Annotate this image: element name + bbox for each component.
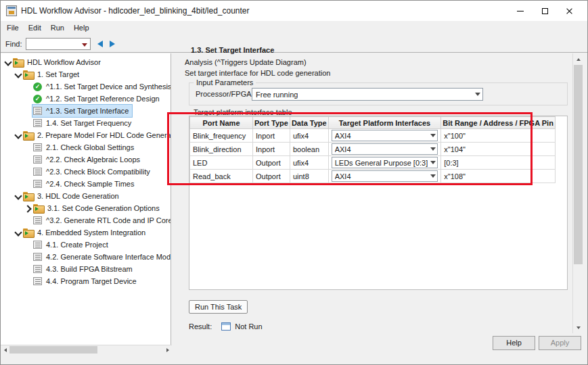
sync-dropdown-value: Free running	[256, 91, 298, 99]
port-type-cell: Outport	[253, 170, 290, 183]
interface-dropdown[interactable]: AXI4	[332, 170, 438, 182]
menu-edit[interactable]: Edit	[24, 21, 46, 35]
tree-item-label: 4.1. Create Project	[45, 240, 110, 249]
tree-horizontal-scrollbar[interactable]	[1, 345, 172, 354]
passed-check-icon: ✓	[33, 82, 42, 91]
port-name-cell: LED	[190, 156, 253, 170]
arrow-right-icon	[110, 41, 115, 47]
tree-item[interactable]: 2. Prepare Model For HDL Code Generation	[1, 129, 171, 141]
find-next-button[interactable]	[107, 39, 118, 49]
tree-item-label: 1. Set Target	[36, 70, 81, 79]
tree-item[interactable]: ^2.3. Check Block Compatibility	[1, 166, 171, 178]
tree-item-label: 3. HDL Code Generation	[36, 191, 120, 201]
find-input[interactable]	[26, 38, 91, 50]
minimize-icon	[517, 11, 524, 11]
tree-item-label: ^1.2. Set Target Reference Design	[45, 94, 161, 103]
scroll-down-button[interactable]	[573, 322, 583, 333]
table-row: Blink_frequencyInportufix4AXI4x"100"	[190, 129, 556, 143]
task-icon	[33, 119, 42, 127]
menu-file[interactable]: File	[2, 21, 24, 35]
column-header: Target Platform Interfaces	[328, 117, 441, 129]
tree-item[interactable]: ^2.4. Check Sample Times	[1, 178, 171, 190]
chevron-spacer	[24, 180, 32, 189]
minimize-button[interactable]	[508, 1, 533, 21]
analysis-label: Analysis (^Triggers Update Diagram)	[185, 58, 307, 66]
tree-item[interactable]: ✓^1.2. Set Target Reference Design	[1, 93, 171, 105]
interface-dropdown[interactable]: AXI4	[332, 143, 438, 155]
chevron-down-icon[interactable]	[82, 43, 87, 47]
chevron-spacer	[24, 143, 32, 152]
not-run-icon	[221, 322, 231, 331]
help-button[interactable]: Help	[493, 336, 535, 350]
interface-dropdown[interactable]: AXI4	[332, 130, 438, 141]
workflow-folder-icon	[23, 228, 33, 237]
scroll-up-button[interactable]	[573, 54, 583, 64]
tree-item[interactable]: ✓^1.1. Set Target Device and Synthesis T…	[1, 80, 171, 93]
chevron-spacer	[24, 168, 32, 176]
find-label: Find:	[5, 35, 22, 53]
column-header: Port Name	[190, 117, 253, 129]
tree-item[interactable]: 3. HDL Code Generation	[1, 190, 171, 202]
data-type-cell: ufix4	[290, 129, 328, 143]
chevron-down-icon[interactable]	[3, 58, 12, 67]
close-button[interactable]	[557, 1, 581, 21]
scrollbar-thumb[interactable]	[9, 346, 97, 354]
interface-table-header-row: Port NamePort TypeData TypeTarget Platfo…	[190, 117, 556, 129]
menu-help[interactable]: Help	[69, 21, 94, 35]
tree-item[interactable]: 1. Set Target	[1, 68, 171, 80]
tree-item[interactable]: 4.3. Build FPGA Bitstream	[1, 263, 171, 275]
scrollbar-thumb[interactable]	[574, 65, 583, 264]
apply-button[interactable]: Apply	[539, 336, 581, 350]
chevron-down-icon[interactable]	[14, 192, 22, 201]
arrow-right-icon	[166, 348, 169, 352]
scroll-left-button[interactable]	[1, 345, 9, 354]
tree-item[interactable]: 1.4. Set Target Frequency	[1, 117, 171, 129]
scroll-right-button[interactable]	[163, 345, 172, 354]
tree-item[interactable]: 3.1. Set Code Generation Options	[1, 202, 171, 214]
tree-item[interactable]: ^1.3. Set Target Interface	[1, 105, 171, 117]
maximize-button[interactable]	[533, 1, 557, 21]
tree-item[interactable]: ^3.2. Generate RTL Code and IP Core	[1, 214, 171, 226]
chevron-down-icon[interactable]	[14, 70, 22, 79]
port-type-cell: Inport	[253, 129, 290, 143]
menu-run[interactable]: Run	[46, 21, 69, 35]
data-type-cell: uint8	[290, 170, 328, 183]
tree-item[interactable]: 2.1. Check Global Settings	[1, 141, 171, 153]
tree-item-label: 2. Prepare Model For HDL Code Generation	[36, 130, 171, 140]
chevron-spacer	[24, 155, 32, 164]
tree-item[interactable]: ^2.2. Check Algebraic Loops	[1, 153, 171, 166]
task-icon	[33, 180, 42, 188]
port-name-cell: Read_back	[190, 170, 253, 183]
chevron-right-icon[interactable]	[24, 204, 32, 213]
task-icon	[33, 253, 42, 261]
chevron-spacer	[24, 107, 32, 116]
workflow-tree: HDL Workflow Advisor1. Set Target✓^1.1. …	[1, 53, 171, 345]
bit-range-cell: x"104"	[441, 143, 556, 156]
chevron-down-icon[interactable]	[14, 228, 22, 237]
tree-item-label: 2.1. Check Global Settings	[45, 143, 135, 152]
content-vertical-scrollbar[interactable]	[572, 53, 583, 333]
tree-item[interactable]: 4.1. Create Project	[1, 239, 171, 251]
chevron-spacer	[24, 277, 32, 286]
bit-range-cell: x"108"	[441, 170, 556, 183]
interface-cell: AXI4	[328, 129, 441, 143]
run-this-task-button[interactable]: Run This Task	[189, 300, 248, 314]
sync-dropdown[interactable]: Free running	[252, 88, 483, 101]
interface-cell: LEDs General Purpose [0:3]	[328, 156, 441, 170]
task-heading: 1.3. Set Target Interface	[191, 46, 274, 54]
tree-item-label: ^2.2. Check Algebraic Loops	[45, 155, 141, 164]
find-previous-button[interactable]	[95, 39, 106, 49]
chevron-down-icon	[430, 147, 436, 151]
chevron-spacer	[24, 253, 32, 262]
tree-item[interactable]: 4.4. Program Target Device	[1, 275, 171, 287]
chevron-down-icon[interactable]	[14, 131, 22, 140]
chevron-spacer	[24, 265, 32, 274]
interface-cell: AXI4	[328, 143, 441, 156]
app-icon	[6, 5, 17, 16]
port-type-cell: Inport	[253, 143, 290, 156]
tree-item[interactable]: 4.2. Generate Software Interface Model	[1, 251, 171, 263]
tree-item[interactable]: HDL Workflow Advisor	[1, 56, 171, 68]
tree-item-label: ^2.4. Check Sample Times	[45, 179, 136, 189]
interface-dropdown[interactable]: LEDs General Purpose [0:3]	[332, 157, 438, 168]
tree-item[interactable]: 4. Embedded System Integration	[1, 226, 171, 239]
